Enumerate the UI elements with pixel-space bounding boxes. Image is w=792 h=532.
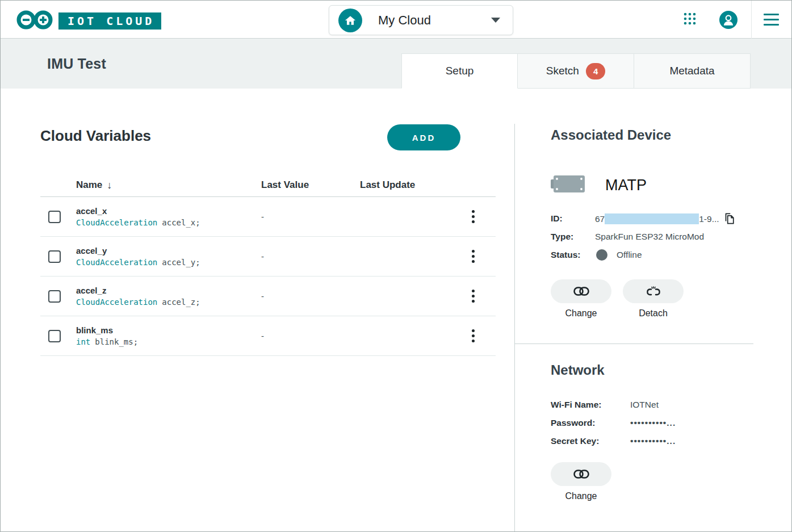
status-offline-dot — [596, 249, 607, 261]
column-last-update: Last Update — [360, 179, 451, 191]
topbar-divider — [751, 1, 752, 39]
variable-type: CloudAcceleration — [76, 258, 157, 267]
device-status-value: Offline — [617, 250, 642, 260]
tab-metadata[interactable]: Metadata — [634, 53, 751, 89]
table-header: Name ↓ Last Value Last Update — [40, 174, 496, 197]
type-label: Type: — [551, 232, 595, 242]
device-status-row: Status: Offline — [551, 249, 753, 261]
tab-bar: Setup Sketch 4 Metadata — [401, 53, 751, 89]
title-band: IMU Test Setup Sketch 4 Metadata — [1, 39, 791, 89]
last-value-cell: - — [261, 291, 360, 301]
panel-divider — [515, 344, 753, 344]
variable-declaration: CloudAccelerationaccel_x; — [76, 218, 261, 227]
variable-name: blink_ms — [76, 325, 261, 335]
menu-icon[interactable] — [764, 14, 779, 26]
wifi-name-label: Wi-Fi Name: — [551, 400, 630, 410]
tab-sketch[interactable]: Sketch 4 — [518, 53, 634, 89]
device-actions: Change Detach — [551, 279, 753, 319]
device-type-value: SparkFun ESP32 MicroMod — [595, 232, 704, 242]
device-id-value: 671-9... — [595, 213, 719, 224]
table-row: blink_ms intblink_ms; - — [40, 316, 496, 356]
device-info: ID: 671-9... Type: SparkFun ESP32 M — [551, 212, 753, 261]
network-info: Wi-Fi Name: IOTNet Password: ••••••••••.… — [551, 399, 753, 447]
password-label: Password: — [551, 418, 630, 428]
add-variable-button[interactable]: ADD — [387, 124, 460, 150]
device-id-row: ID: 671-9... — [551, 212, 753, 225]
app-window: IOT CLOUD My Cloud — [0, 0, 792, 532]
column-last-value: Last Value — [261, 179, 360, 191]
associated-device-heading: Associated Device — [551, 127, 753, 143]
secret-key-row: Secret Key: ••••••••••... — [551, 435, 753, 447]
copy-icon[interactable] — [723, 212, 735, 225]
device-board-icon — [551, 174, 586, 196]
table-row: accel_x CloudAccelerationaccel_x; - — [40, 197, 496, 237]
topbar: IOT CLOUD My Cloud — [1, 1, 791, 39]
variable-declaration: CloudAccelerationaccel_y; — [76, 258, 261, 267]
apps-grid-icon[interactable] — [683, 12, 697, 28]
table-row: accel_y CloudAccelerationaccel_y; - — [40, 237, 496, 277]
brand-logo: IOT CLOUD — [16, 7, 161, 35]
kebab-menu-icon[interactable] — [470, 327, 477, 345]
kebab-menu-icon[interactable] — [470, 287, 477, 305]
password-masked-value: ••••••••••... — [630, 418, 676, 428]
device-row: MATP — [551, 175, 753, 195]
secret-key-label: Secret Key: — [551, 436, 630, 446]
table-body: accel_x CloudAccelerationaccel_x; - acce… — [40, 197, 496, 356]
password-row: Password: ••••••••••... — [551, 417, 753, 429]
change-device-button[interactable] — [551, 279, 611, 303]
variable-name: accel_x — [76, 206, 261, 216]
row-checkbox[interactable] — [48, 290, 61, 303]
network-actions: Change — [551, 462, 753, 501]
last-value-cell: - — [261, 252, 360, 261]
network-heading: Network — [551, 362, 753, 378]
main-content: Cloud Variables ADD Name ↓ Last Value La… — [1, 89, 791, 532]
change-network-button[interactable] — [551, 462, 611, 486]
sort-descending-icon[interactable]: ↓ — [107, 179, 112, 191]
cloud-variables-heading: Cloud Variables — [40, 127, 151, 145]
variable-name: accel_y — [76, 246, 261, 255]
column-name: Name — [76, 179, 102, 191]
chevron-down-icon — [491, 18, 500, 23]
kebab-menu-icon[interactable] — [470, 248, 477, 265]
page-title: IMU Test — [47, 56, 106, 72]
tab-setup[interactable]: Setup — [401, 53, 518, 89]
last-value-cell: - — [261, 331, 360, 341]
arduino-logo-icon — [16, 7, 53, 35]
wifi-name-value: IOTNet — [630, 400, 659, 410]
detach-device-label: Detach — [639, 308, 668, 319]
row-checkbox[interactable] — [48, 250, 61, 263]
device-name: MATP — [605, 177, 647, 194]
change-network-label: Change — [565, 491, 597, 501]
variables-table: Name ↓ Last Value Last Update accel_x Cl… — [40, 174, 496, 356]
row-checkbox[interactable] — [48, 330, 61, 342]
id-redaction-highlight — [605, 213, 699, 224]
workspace-label: My Cloud — [378, 13, 431, 28]
variable-type: CloudAcceleration — [76, 298, 157, 307]
home-icon — [338, 9, 362, 32]
variable-type: int — [76, 337, 90, 346]
wifi-name-row: Wi-Fi Name: IOTNet — [551, 399, 753, 411]
table-row: accel_z CloudAccelerationaccel_z; - — [40, 277, 496, 316]
variable-name: accel_z — [76, 286, 261, 295]
detach-device-button[interactable] — [623, 279, 684, 303]
workspace-selector[interactable]: My Cloud — [329, 5, 513, 35]
variable-declaration: CloudAccelerationaccel_z; — [76, 298, 261, 307]
variable-declaration: intblink_ms; — [76, 337, 261, 346]
sketch-badge: 4 — [586, 63, 605, 79]
iot-cloud-badge: IOT CLOUD — [58, 12, 161, 30]
status-label: Status: — [551, 250, 595, 260]
variable-type: CloudAcceleration — [76, 218, 157, 227]
device-type-row: Type: SparkFun ESP32 MicroMod — [551, 231, 753, 243]
secret-key-masked-value: ••••••••••... — [630, 436, 676, 446]
right-panel: Associated Device MATP ID: — [514, 124, 753, 532]
change-device-label: Change — [565, 308, 597, 319]
row-checkbox[interactable] — [48, 211, 61, 223]
id-label: ID: — [551, 213, 595, 224]
kebab-menu-icon[interactable] — [470, 208, 477, 225]
last-value-cell: - — [261, 212, 360, 221]
user-avatar[interactable] — [719, 11, 737, 29]
